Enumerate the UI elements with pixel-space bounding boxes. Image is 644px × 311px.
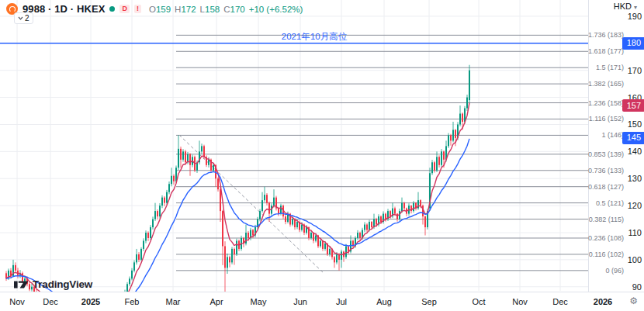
fib-level-label: 0.618 (127) — [588, 183, 624, 191]
candle-body — [273, 198, 275, 206]
fib-level-label: 0.236 (108) — [588, 234, 624, 242]
fast-ma-value-label: 157 — [622, 99, 644, 112]
fast-ema-line[interactable] — [6, 103, 469, 292]
price-tick-label: 170 — [628, 66, 642, 75]
candle-body — [15, 265, 16, 271]
candle-body — [154, 211, 156, 219]
candle-body — [310, 233, 312, 238]
candle-body — [229, 257, 230, 262]
candle-body — [390, 211, 391, 216]
candle-body — [462, 114, 463, 122]
candle-body — [159, 206, 161, 216]
delayed-data-badge[interactable]: D — [119, 5, 130, 13]
currency-selector[interactable]: HKD ▾ — [612, 2, 639, 11]
candle-body — [315, 235, 317, 240]
candle-body — [185, 151, 186, 162]
candle-body — [166, 192, 168, 203]
time-tick-label: 2025 — [81, 297, 100, 306]
candle-body — [380, 216, 382, 222]
candle-body — [168, 184, 170, 192]
horizontal-line-label[interactable]: 2021年10月高位 — [282, 32, 348, 41]
tradingview-logo-icon — [14, 279, 29, 290]
candle-body — [278, 209, 279, 214]
candle-body — [157, 211, 158, 216]
candle-body — [394, 209, 396, 214]
candle-body — [403, 203, 405, 209]
data-alert-badge[interactable]: ! — [134, 5, 141, 13]
candle-body — [324, 244, 326, 249]
chart-pane[interactable]: 2021年10月高位 9988 · 1D · HKEX D ! O159 H17… — [0, 0, 588, 292]
candle-body — [459, 114, 461, 125]
candle-body — [259, 211, 261, 219]
candle-body — [285, 216, 286, 222]
fib-level-label: 1.382 (165) — [588, 80, 624, 88]
price-tick-label: 150 — [628, 119, 642, 129]
price-tick-label: 110 — [628, 228, 642, 237]
tradingview-watermark: TradingView — [14, 278, 92, 290]
time-tick-label: Oct — [472, 297, 485, 306]
time-tick-label: 2026 — [594, 297, 612, 306]
candle-body — [450, 135, 452, 140]
candle-body — [143, 240, 144, 248]
candle-body — [248, 233, 249, 238]
candlestick-chart[interactable]: 2021年10月高位 — [0, 0, 588, 292]
candle-body — [133, 262, 135, 270]
slow-ma-value-label: 145 — [622, 132, 644, 144]
candle-body — [161, 198, 163, 206]
candle-body — [224, 246, 226, 268]
candle-body — [180, 149, 182, 160]
candle-body — [264, 195, 265, 200]
candle-body — [234, 249, 235, 254]
fib-level-label: 1.736 (183) — [588, 31, 624, 39]
candle-body — [369, 222, 370, 230]
time-tick-label: May — [251, 297, 267, 306]
candle-body — [371, 222, 372, 227]
candle-body — [469, 71, 470, 100]
candle-body — [376, 219, 377, 225]
fib-level-label: 0.5 (121) — [596, 199, 624, 207]
candle-body — [424, 216, 426, 227]
candle-body — [220, 189, 221, 211]
time-tick-label: Apr — [209, 297, 223, 306]
candle-body — [448, 135, 449, 146]
candle-body — [268, 203, 270, 214]
fib-level-label: 1 (146) — [601, 131, 624, 139]
candle-body — [334, 257, 335, 262]
fib-level-label: 0.382 (115) — [589, 216, 624, 223]
time-axis[interactable]: NovDec2025FebMarAprMayJunJulAugSepOctNov… — [0, 292, 644, 311]
watermark-text: TradingView — [33, 278, 92, 290]
candle-body — [396, 214, 398, 219]
price-axis[interactable]: HKD ▾ 190180170160150140130120110100901.… — [588, 0, 644, 292]
symbol-title[interactable]: 9988 · 1D · HKEX — [23, 3, 105, 15]
candle-body — [189, 154, 191, 165]
candle-body — [222, 211, 223, 246]
indicators-collapse-button[interactable]: 2 — [14, 12, 33, 24]
candle-body — [341, 251, 342, 259]
candle-body — [266, 195, 268, 202]
chart-settings-gear-icon[interactable]: ⚙ — [629, 296, 638, 306]
candle-body — [140, 249, 142, 260]
fib-level-label: 0.116 (102) — [589, 251, 624, 258]
fib-level-label: 1.116 (152) — [589, 115, 624, 123]
candle-body — [345, 246, 347, 257]
candle-body — [178, 149, 179, 168]
symbol-legend: 9988 · 1D · HKEX D ! O159 H172 L158 C170… — [6, 3, 303, 15]
candle-body — [420, 200, 421, 206]
time-tick-label: Jun — [293, 297, 307, 306]
candle-body — [145, 233, 147, 240]
time-tick-label: Mar — [166, 297, 181, 306]
time-tick-label: Jul — [336, 297, 347, 306]
market-status-icon — [109, 6, 115, 12]
candle-body — [357, 233, 358, 238]
candle-body — [436, 157, 438, 170]
candle-body — [173, 176, 175, 181]
candle-body — [431, 162, 433, 173]
candle-body — [131, 271, 133, 278]
trendline-dashed[interactable] — [179, 135, 324, 273]
fib-level-label: 1.236 (158) — [588, 99, 624, 107]
candle-body — [320, 240, 321, 246]
candle-body — [201, 146, 203, 151]
price-tick-label: 90 — [632, 282, 642, 292]
candle-body — [438, 157, 440, 164]
candle-body — [280, 206, 282, 213]
